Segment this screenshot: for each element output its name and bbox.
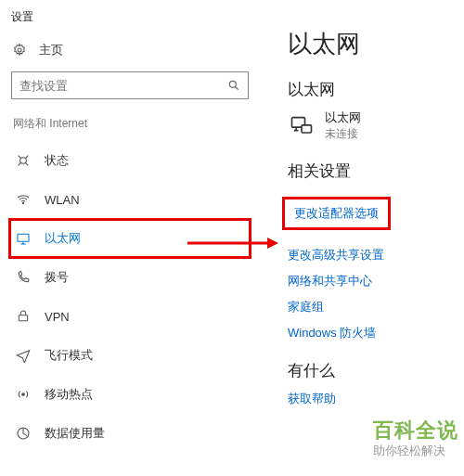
link-advanced-sharing[interactable]: 更改高级共享设置 [288,247,464,264]
watermark-title: 百科全说 [373,417,458,444]
link-network-center[interactable]: 网络和共享中心 [288,273,464,289]
nav-label: 移动热点 [45,386,93,403]
page-title: 以太网 [288,28,464,60]
nav-item-datausage[interactable]: 数据使用量 [9,414,251,453]
link-get-help[interactable]: 获取帮助 [288,391,464,407]
svg-point-3 [20,158,27,164]
link-adapter-options[interactable]: 更改适配器选项 [282,197,391,230]
window-title: 设置 [11,9,251,25]
watermark-subtitle: 助你轻松解决 [373,443,458,459]
nav-label: 拨号 [45,269,69,286]
link-firewall[interactable]: Windows 防火墙 [288,325,464,341]
svg-point-9 [22,393,25,396]
nav-item-airplane[interactable]: 飞行模式 [9,336,251,375]
wifi-icon [15,191,32,208]
nav-item-wlan[interactable]: WLAN [9,180,251,219]
nav-label: WLAN [45,193,80,207]
nav-label: 以太网 [45,230,81,247]
svg-rect-5 [18,234,29,241]
adapter-status-row[interactable]: 以太网 未连接 [288,109,464,142]
adapter-status-text: 以太网 未连接 [325,109,361,142]
adapter-name: 以太网 [325,109,361,126]
search-icon [220,79,248,92]
nav-item-status[interactable]: 状态 [9,141,251,180]
svg-marker-16 [267,238,278,249]
svg-rect-8 [19,315,27,321]
svg-point-4 [22,202,23,203]
settings-left-pane: 设置 主页 网络和 Internet 状态 [0,0,260,453]
hotspot-icon [15,386,32,403]
svg-line-2 [236,87,238,90]
related-heading: 相关设置 [288,161,464,182]
svg-point-0 [18,48,21,52]
home-nav-item[interactable]: 主页 [9,38,251,64]
status-icon [15,152,32,169]
vpn-icon [15,308,32,325]
nav-item-dialup[interactable]: 拨号 [9,258,251,297]
nav-item-vpn[interactable]: VPN [9,297,251,336]
search-box[interactable] [11,71,249,99]
link-homegroup[interactable]: 家庭组 [288,299,464,315]
data-usage-icon [15,425,32,442]
ethernet-adapter-icon [288,112,316,140]
section-label: 网络和 Internet [13,116,251,132]
nav-label: 状态 [45,152,69,169]
svg-rect-12 [302,124,312,132]
gear-icon [11,42,28,58]
nav-item-hotspot[interactable]: 移动热点 [9,375,251,414]
nav-item-ethernet[interactable]: 以太网 [9,219,251,258]
airplane-icon [15,347,32,364]
watermark: 百科全说 助你轻松解决 [373,417,458,459]
nav-label: 飞行模式 [45,347,93,364]
home-label: 主页 [39,42,63,58]
nav-label: 数据使用量 [45,425,105,442]
search-input[interactable] [12,79,220,93]
nav-label: VPN [45,310,70,324]
phone-icon [15,269,32,286]
adapter-heading: 以太网 [288,79,464,100]
settings-right-pane: 以太网 以太网 以太网 未连接 相关设置 更改适配器选项 更改高级共享设置 网络… [288,28,464,417]
help-heading: 有什么 [288,360,464,381]
svg-point-1 [229,81,236,87]
adapter-status: 未连接 [325,126,361,142]
ethernet-icon [15,230,32,247]
